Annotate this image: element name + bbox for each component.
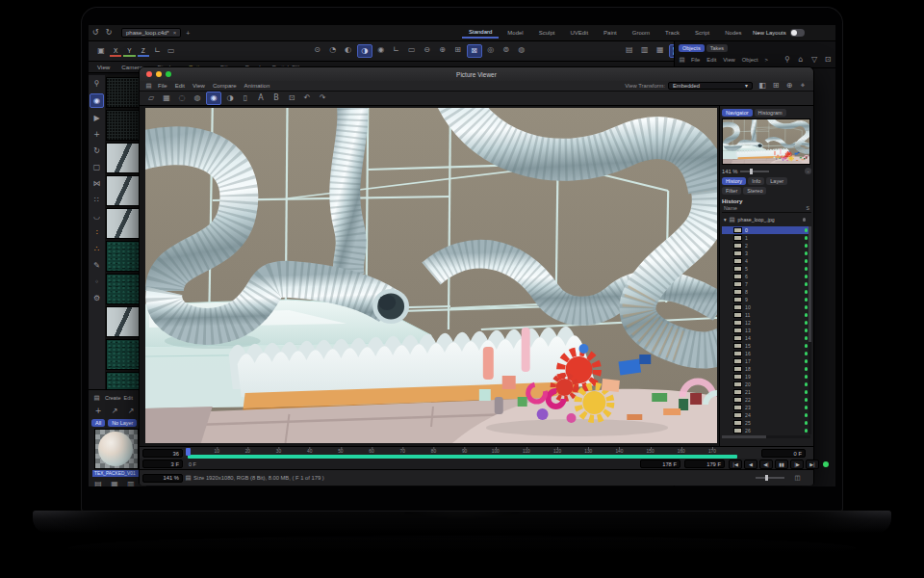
objects-menu-view[interactable]: View [720, 57, 737, 63]
render-all-icon[interactable]: ▦ [654, 44, 667, 56]
list-view-icon[interactable]: ▤ [91, 479, 105, 486]
modeling-cube-icon[interactable]: ▣ [94, 45, 108, 57]
navigator-zoom-slider[interactable] [740, 171, 769, 172]
panel-icon[interactable]: ⊡ [821, 54, 834, 66]
new-layouts-toggle[interactable] [790, 29, 805, 37]
dock-tab-histogram[interactable]: Histogram [755, 109, 786, 117]
minus-icon[interactable]: ⊖ [421, 44, 434, 56]
eyedrop-icon[interactable]: ↗ [124, 406, 138, 417]
history-row-10[interactable]: 10 [722, 303, 811, 311]
axis-y-button[interactable]: Y [123, 46, 135, 57]
history-row-26[interactable]: 26 [722, 427, 811, 434]
pv-menu-compare[interactable]: Compare [209, 83, 241, 89]
view-transform-select[interactable]: Embedded ▾ [668, 82, 753, 90]
panel-tab-stereo[interactable]: Stereo [743, 187, 766, 195]
hamburger-icon[interactable]: ▤ [677, 54, 687, 66]
material-menu-icon[interactable]: ▤ [91, 392, 102, 404]
coord-system-icon[interactable]: ∟ [151, 45, 165, 57]
layout-tab-nodes[interactable]: Nodes [718, 28, 748, 38]
grid-icon[interactable]: ⊞ [451, 44, 465, 56]
axis-lock-icon[interactable]: ∟ [390, 44, 403, 56]
render-region-icon[interactable]: ▥ [638, 44, 652, 56]
popout-icon[interactable]: ⊞ [769, 80, 783, 92]
undo-icon[interactable]: ↶ [300, 92, 314, 104]
simulate-icon[interactable]: ⊙ [311, 44, 324, 56]
redo-icon[interactable]: ↻ [102, 27, 116, 39]
total-frames-field[interactable]: 179 F [684, 460, 725, 468]
redo-icon[interactable]: ↷ [316, 92, 329, 104]
navigator-thumbnail[interactable] [722, 118, 810, 165]
history-hscrollbar[interactable] [722, 435, 810, 438]
history-name-column[interactable]: Name [724, 205, 737, 211]
timer-icon[interactable]: ◔ [326, 44, 340, 56]
record-button[interactable] [823, 461, 829, 467]
history-row-16[interactable]: 16 [722, 350, 811, 357]
window-menu-icon[interactable]: ▤ [143, 80, 154, 92]
history-row-5[interactable]: 5 [722, 265, 811, 273]
workplane-icon[interactable]: ▭ [165, 45, 178, 57]
display-mode-icon[interactable]: ◧ [756, 80, 769, 92]
resize-grip-icon[interactable]: ◫ [792, 472, 803, 484]
play-button[interactable]: ▮▮ [775, 460, 788, 469]
history-row-19[interactable]: 19 [722, 373, 811, 381]
grid-view-icon[interactable]: ▦ [108, 479, 121, 486]
dot-icon[interactable]: ◦ [90, 276, 103, 288]
goto-end-button[interactable]: ▶| [806, 460, 819, 469]
history-row-15[interactable]: 15 [722, 342, 811, 350]
pv-menu-file[interactable]: File [154, 83, 171, 89]
panel-tab-objects[interactable]: Objects [679, 44, 705, 52]
ram-player-icon[interactable]: ▯ [239, 92, 252, 104]
layout-tab-track[interactable]: Track [658, 28, 686, 38]
prev-frame-button[interactable]: ◀| [759, 460, 773, 469]
history-row-20[interactable]: 20 [722, 381, 811, 388]
history-row-8[interactable]: 8 [722, 288, 811, 296]
zoom-icon[interactable]: ⊕ [783, 80, 796, 92]
symmetry-icon[interactable]: ∷ [90, 194, 103, 206]
end-frame-field[interactable]: 178 F [640, 460, 680, 468]
objects-menu-edit[interactable]: Edit [704, 57, 719, 63]
contrast-icon[interactable]: ◑ [223, 92, 237, 104]
history-row-6[interactable]: 6 [722, 273, 811, 280]
tile-view-icon[interactable]: ▥ [124, 479, 138, 486]
shading-active-icon[interactable]: ◑ [357, 44, 372, 58]
layout-tab-sculpt[interactable]: Sculpt [532, 28, 562, 38]
pick-material-icon[interactable]: ↗ [108, 406, 121, 417]
swap-ab-icon[interactable]: ⊡ [285, 92, 298, 104]
panel-tab-layer[interactable]: Layer [766, 177, 787, 185]
home-icon[interactable]: ⌂ [794, 54, 808, 66]
render-view-icon[interactable]: ▤ [623, 44, 636, 56]
history-status-column[interactable]: S [807, 205, 809, 211]
panel-tab-info[interactable]: Info [748, 177, 764, 185]
ring-icon[interactable]: ⊚ [500, 44, 513, 56]
layout-tab-model[interactable]: Model [500, 28, 529, 38]
history-row-13[interactable]: 13 [722, 327, 811, 334]
history-row-7[interactable]: 7 [722, 280, 811, 288]
zoom-out-button[interactable]: - [805, 168, 811, 174]
axis-x-button[interactable]: X [110, 46, 121, 57]
plus-icon[interactable]: ⊕ [436, 44, 449, 56]
live-selection-icon[interactable]: ◉ [90, 93, 104, 108]
status-slider[interactable] [756, 477, 784, 479]
history-row-11[interactable]: 11 [722, 311, 811, 319]
shading-icon[interactable]: ◐ [342, 44, 355, 56]
viewport-menu-view[interactable]: View [92, 64, 115, 70]
new-tab-button[interactable]: + [186, 30, 190, 37]
save-icon[interactable]: ▦ [160, 92, 173, 104]
history-row-17[interactable]: 17 [722, 357, 811, 365]
document-tab[interactable]: phase_loop.c4d* × [121, 28, 181, 38]
layout-tab-groom[interactable]: Groom [626, 28, 656, 38]
next-frame-button[interactable]: |▶ [790, 460, 804, 469]
axis-z-button[interactable]: Z [138, 46, 149, 57]
circle-icon[interactable]: ◎ [484, 44, 498, 56]
material-create-menu[interactable]: Create [105, 395, 121, 401]
history-row-0[interactable]: 0 [722, 226, 811, 234]
version-a-button[interactable]: A [254, 92, 268, 104]
timeline-playhead[interactable] [186, 448, 191, 456]
rotate-icon[interactable]: ↻ [90, 144, 103, 157]
zoom-level-field[interactable]: 141 % [142, 474, 183, 483]
layout-tab-uvedit[interactable]: UVEdit [563, 28, 595, 38]
objects-menu-more[interactable]: > [762, 57, 771, 63]
panel-tab-filter[interactable]: Filter [722, 187, 741, 195]
material-name-label[interactable]: TEX_PACKED_V01 [92, 470, 143, 477]
history-row-12[interactable]: 12 [722, 319, 811, 327]
